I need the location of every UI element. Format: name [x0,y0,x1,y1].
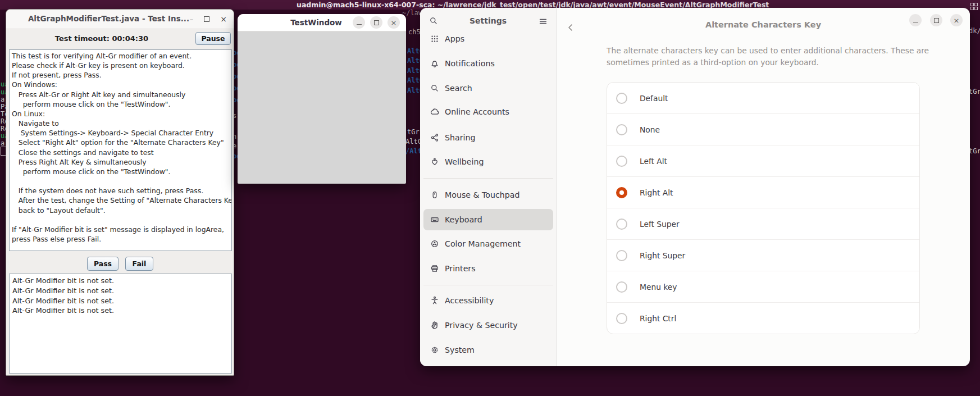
sidebar-item-wellbeing[interactable]: Wellbeing [423,151,553,172]
minimize-icon [913,22,918,22]
test-instructions-window: AltGraphModifierTest.java - Test Ins... … [6,9,234,376]
sidebar-item-label: Keyboard [445,215,482,224]
maximize-icon[interactable] [204,16,209,22]
fail-button[interactable]: Fail [125,257,153,271]
hand-privacy-icon [430,321,439,330]
radio-circle[interactable] [616,156,627,167]
sidebar-item-label: Privacy & Security [445,321,518,330]
sidebar-item-printers[interactable]: Printers [423,258,553,279]
radio-option-right-alt[interactable]: Right Alt [607,176,919,208]
radio-circle[interactable] [616,93,627,104]
test-window-title: AltGraphModifierTest.java - Test Ins... [6,14,211,23]
apps-grid-icon [430,34,439,43]
sidebar-item-mouse-touchpad[interactable]: Mouse & Touchpad [423,184,553,206]
terminal-text-fragment: tGr [407,128,420,136]
sidebar-separator [423,178,553,179]
close-icon: × [391,19,397,26]
sidebar-separator [423,285,553,285]
terminal-text-fragment: dk/j [969,27,980,35]
radio-circle-selected[interactable] [616,187,627,198]
radio-circle[interactable] [616,281,627,293]
sidebar-item-label: System [445,345,475,354]
terminal-text-fragment: /Alt [405,147,422,155]
desktop: uadmin@mach5-linux-x64-007-sca: ~/lawren… [0,0,980,396]
testwindow-popup[interactable]: TestWindow × [238,14,406,184]
radio-option-label: Left Super [640,220,680,229]
radio-option-none[interactable]: None [607,113,919,145]
radio-option-label: Menu key [640,283,677,292]
pass-button[interactable]: Pass [87,257,118,271]
minimize-button[interactable] [909,14,922,26]
sidebar-item-label: Accessibility [445,296,494,305]
radio-circle[interactable] [616,219,627,230]
sidebar-item-sharing[interactable]: Sharing [423,127,553,148]
radio-circle[interactable] [616,250,627,261]
bell-icon [430,59,439,68]
log-textarea[interactable]: Alt-Gr Modifier bit is not set. Alt-Gr M… [9,274,232,374]
radio-option-left-alt[interactable]: Left Alt [607,145,919,176]
share-icon [430,133,439,142]
panel-description: The alternate characters key can be used… [607,45,933,69]
radio-option-menu-key[interactable]: Menu key [607,271,919,302]
settings-title: Settings [420,16,556,25]
sidebar-item-label: Online Accounts [445,107,509,116]
wellbeing-icon [430,157,439,166]
instructions-textarea[interactable]: This test is for verifying Alt-Gr modifi… [9,49,232,251]
radio-option-right-ctrl[interactable]: Right Ctrl [607,302,919,334]
radio-circle[interactable] [616,313,627,324]
sidebar-item-apps[interactable]: Apps [423,28,553,49]
radio-option-label: None [640,125,660,134]
maximize-button[interactable] [370,16,382,29]
sidebar-item-keyboard[interactable]: Keyboard [423,209,553,230]
radio-option-label: Default [640,94,668,103]
sidebar-item-system[interactable]: System [423,339,553,361]
pause-button[interactable]: Pause [195,32,231,45]
accessibility-icon [430,296,439,305]
minimize-icon [357,24,362,25]
sidebar-item-online-accounts[interactable]: Online Accounts [423,101,553,122]
settings-sidebar-header[interactable]: Settings [420,8,556,30]
search-icon [430,84,439,93]
radio-option-right-super[interactable]: Right Super [607,239,919,271]
radio-option-label: Left Alt [640,157,667,166]
close-button[interactable]: × [388,16,400,29]
close-button[interactable]: × [950,14,963,26]
radio-circle[interactable] [616,124,627,135]
radio-option-left-super[interactable]: Left Super [607,208,919,239]
sidebar-item-notifications[interactable]: Notifications [423,53,553,74]
sidebar-item-color-management[interactable]: Color Management [423,233,553,254]
radio-option-default[interactable]: Default [607,83,919,113]
terminal-text-fragment: a [1,95,4,103]
sidebar-item-label: Notifications [445,59,495,68]
sidebar-item-search[interactable]: Search [423,78,553,99]
terminal-text-fragment: tGr [969,88,980,95]
sidebar-item-accessibility[interactable]: Accessibility [423,290,553,311]
sidebar-item-label: Apps [445,34,464,43]
maximize-button[interactable] [930,14,942,26]
radio-option-label: Right Super [640,251,685,260]
sidebar-item-label: Sharing [445,133,475,142]
testwindow-titlebar[interactable]: TestWindow × [238,14,406,31]
minimize-button[interactable] [353,16,365,29]
alternate-characters-option-list: Default None Left Alt Right Alt Left Sup… [607,82,920,334]
system-icon [430,345,439,354]
color-management-icon [430,239,439,248]
terminal-subtitle-fragment: ~/law [402,9,422,17]
radio-option-label: Right Alt [640,188,673,197]
log-line: Alt-Gr Modifier bit is not set. [12,296,229,306]
minimize-icon[interactable]: – [190,16,194,23]
sidebar-item-privacy-security[interactable]: Privacy & Security [423,315,553,336]
terminal-text-fragment: ch5 [408,28,421,36]
keyboard-icon [430,215,439,224]
close-icon[interactable]: × [220,16,227,23]
terminal-text-fragment: a [1,139,4,147]
sidebar-item-label: Printers [445,264,476,273]
timeout-label: Test timeout: 00:04:30 [6,34,197,43]
cloud-icon [430,107,439,116]
test-window-titlebar[interactable]: AltGraphModifierTest.java - Test Ins... … [6,10,234,29]
radio-option-label: Right Ctrl [640,314,676,323]
mouse-icon [430,190,439,199]
terminal-restore-icon[interactable] [970,3,977,10]
sidebar-item-label: Wellbeing [445,157,484,166]
hamburger-menu-icon[interactable] [539,17,548,26]
